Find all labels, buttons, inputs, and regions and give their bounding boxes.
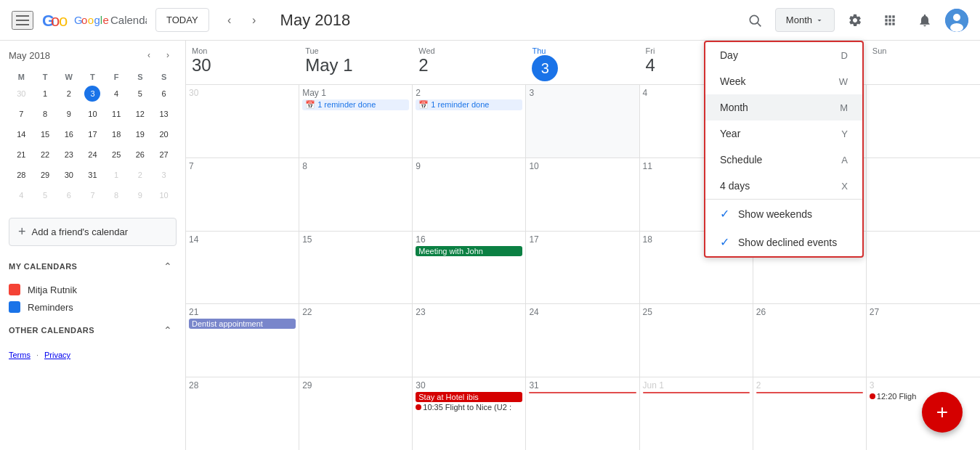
cal-day-may22[interactable]: 22 [299,304,413,377]
mini-cal-day[interactable]: 9 [57,105,80,123]
calendar-item-reminders[interactable]: Reminders [0,298,185,316]
settings-button[interactable] [841,6,870,35]
mini-cal-day[interactable]: 21 [10,145,33,164]
mini-cal-day[interactable]: 25 [105,145,128,164]
mini-cal-day[interactable]: 30 [57,165,80,184]
cal-day-may23[interactable]: 23 [413,304,526,377]
next-month-button[interactable]: › [243,9,266,32]
mini-cal-day[interactable]: 6 [153,84,175,103]
event-flight-nice[interactable]: 10:35 Flight to Nice (U2 : [416,403,522,412]
other-calendars-toggle[interactable]: ⌃ [159,322,177,339]
mini-cal-day[interactable]: 18 [105,125,128,144]
mini-cal-day[interactable]: 15 [34,125,57,144]
mini-cal-day[interactable]: 26 [129,145,152,164]
hamburger-menu[interactable] [12,11,33,30]
month-view-button[interactable]: Month [775,8,835,32]
dropdown-week[interactable]: Week W [705,68,862,94]
reminder-may2[interactable]: 📅 1 reminder done [416,99,522,110]
today-button[interactable]: TODAY [155,8,209,32]
mini-cal-day[interactable]: 14 [10,125,33,144]
add-friend-calendar[interactable]: + Add a friend's calendar [9,218,177,246]
hotel-ibis-jun2[interactable] [756,392,863,393]
mini-cal-day[interactable]: 17 [81,125,104,144]
cal-day-may16[interactable]: 16 Meeting with John [413,232,526,304]
avatar[interactable] [945,9,968,32]
event-hotel-ibis[interactable]: Stay at Hotel ibis [416,392,522,402]
mini-cal-day[interactable]: 19 [129,125,152,144]
calendar-item-mitja[interactable]: Mitja Rutnik [0,281,185,298]
hotel-ibis-may31[interactable] [529,392,636,393]
apps-button[interactable] [875,6,904,35]
reminder-may1[interactable]: 📅 1 reminder done [302,99,409,110]
mini-cal-day[interactable]: 29 [34,165,57,184]
cal-day-may8[interactable]: 8 [299,158,413,231]
terms-link[interactable]: Terms [9,351,31,359]
search-button[interactable] [740,6,769,35]
cal-day-may7[interactable]: 7 [186,158,299,231]
cal-day-may31[interactable]: 31 [526,377,639,450]
cal-day-may25[interactable]: 25 [640,304,753,377]
mini-cal-day[interactable]: 9 [129,186,152,205]
mini-cal-day[interactable]: 3 [153,165,175,184]
event-flight-nice-jun3[interactable]: 12:20 Fligh [870,392,977,401]
cal-day-may17[interactable]: 17 [526,232,639,304]
mini-cal-day[interactable]: 8 [34,105,57,123]
mini-cal-day[interactable]: 10 [153,186,175,205]
mini-cal-day[interactable]: 24 [81,145,104,164]
dropdown-month[interactable]: Month M [705,94,862,120]
hotel-ibis-jun1[interactable] [643,392,750,393]
cal-day-may9[interactable]: 9 [413,158,526,231]
mini-cal-day[interactable]: 7 [10,105,33,123]
mini-cal-day[interactable]: 8 [105,186,128,205]
event-meeting-john[interactable]: Meeting with John [416,246,522,256]
create-event-fab[interactable]: + [922,392,963,433]
cal-day-may24[interactable]: 24 [526,304,639,377]
mini-cal-day[interactable]: 16 [57,125,80,144]
mini-cal-day[interactable]: 20 [153,125,175,144]
mini-cal-day[interactable]: 4 [105,84,128,103]
prev-month-button[interactable]: ‹ [218,9,241,32]
mini-cal-day[interactable]: 13 [153,105,175,123]
dropdown-4days[interactable]: 4 days X [705,173,862,199]
notifications-button[interactable] [910,6,939,35]
mini-cal-day[interactable]: 5 [34,186,57,205]
cal-day-may27[interactable]: 27 [867,304,980,377]
my-calendars-toggle[interactable]: ⌃ [159,258,177,275]
cal-day-may28[interactable]: 28 [186,377,299,450]
cal-day-may2[interactable]: 2 📅 1 reminder done [413,85,526,158]
mini-cal-day[interactable]: 4 [10,186,33,205]
cal-day-may30[interactable]: 30 Stay at Hotel ibis 10:35 Flight to Ni… [413,377,526,450]
cal-day-jun2[interactable]: 2 [753,377,867,450]
cal-day-may21[interactable]: 21 Dentist appointment [186,304,299,377]
dropdown-show-declined[interactable]: ✓ Show declined events [705,228,862,256]
mini-cal-day[interactable]: 6 [57,186,80,205]
cal-day-may13[interactable] [867,158,980,231]
mini-cal-day[interactable]: 30 [10,84,33,103]
cal-day-may20[interactable] [867,232,980,304]
dropdown-show-weekends[interactable]: ✓ Show weekends [705,200,862,228]
mini-cal-day[interactable]: 28 [10,165,33,184]
cal-day-apr30[interactable]: 30 [186,85,299,158]
cal-day-may6[interactable] [867,85,980,158]
mini-cal-day[interactable]: 12 [129,105,152,123]
event-dentist[interactable]: Dentist appointment [189,319,296,329]
cal-day-jun1[interactable]: Jun 1 [640,377,753,450]
mini-cal-day[interactable]: 31 [81,165,104,184]
cal-day-may1[interactable]: May 1 📅 1 reminder done [299,85,413,158]
mini-cal-day[interactable]: 5 [129,84,152,103]
mini-cal-day[interactable]: 10 [81,105,104,123]
privacy-link[interactable]: Privacy [44,351,70,359]
mini-cal-day[interactable]: 22 [34,145,57,164]
dropdown-day[interactable]: Day D [705,42,862,68]
mini-cal-prev[interactable]: ‹ [140,46,158,64]
mini-cal-day[interactable]: 27 [153,145,175,164]
mini-cal-day[interactable]: 23 [57,145,80,164]
cal-day-may3[interactable]: 3 [526,85,639,158]
cal-day-may15[interactable]: 15 [299,232,413,304]
mini-cal-next[interactable]: › [159,46,177,64]
mini-cal-day[interactable]: 2 [129,165,152,184]
cal-day-may10[interactable]: 10 [526,158,639,231]
cal-day-may26[interactable]: 26 [753,304,867,377]
mini-cal-day[interactable]: 2 [57,84,80,103]
mini-cal-day[interactable]: 1 [34,84,57,103]
